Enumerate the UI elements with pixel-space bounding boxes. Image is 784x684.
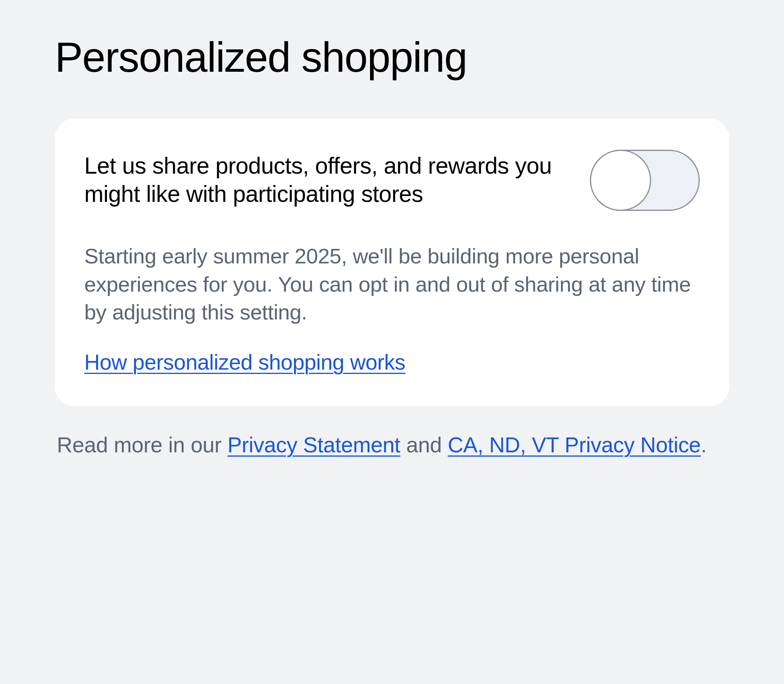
footer-suffix: . [701, 433, 707, 457]
personalized-shopping-toggle[interactable] [590, 150, 700, 211]
page-title: Personalized shopping [55, 35, 729, 79]
how-it-works-link[interactable]: How personalized shopping works [84, 350, 405, 375]
toggle-label: Let us share products, offers, and rewar… [84, 152, 566, 209]
toggle-row: Let us share products, offers, and rewar… [84, 150, 700, 211]
state-privacy-notice-link[interactable]: CA, ND, VT Privacy Notice [448, 433, 701, 457]
footer-prefix: Read more in our [57, 433, 227, 457]
settings-card: Let us share products, offers, and rewar… [55, 118, 729, 406]
toggle-description: Starting early summer 2025, we'll be bui… [84, 242, 700, 326]
footer-text: Read more in our Privacy Statement and C… [55, 430, 729, 461]
privacy-statement-link[interactable]: Privacy Statement [227, 433, 400, 457]
footer-connector: and [400, 433, 448, 457]
toggle-knob [590, 150, 651, 211]
